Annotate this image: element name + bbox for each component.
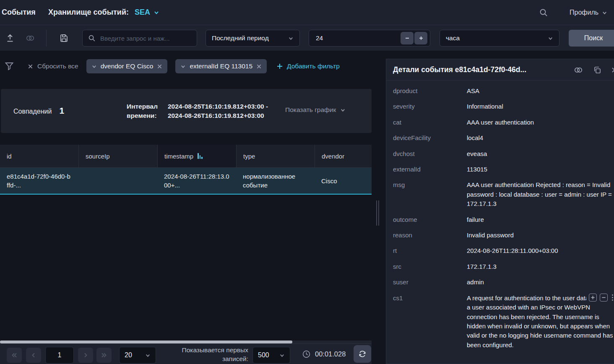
chevron-down-icon xyxy=(548,36,553,41)
record-limit-select[interactable]: 500 xyxy=(252,347,290,364)
detail-value: Informational xyxy=(467,102,614,111)
chevron-down-icon xyxy=(279,353,285,358)
export-button[interactable] xyxy=(3,31,18,46)
period-select-value: Последний период xyxy=(212,34,269,42)
close-panel-icon[interactable] xyxy=(611,67,614,73)
panel-resize-grip[interactable] xyxy=(376,200,380,226)
detail-value: eveasa xyxy=(467,149,614,159)
detail-value: 172.17.1.3 xyxy=(467,262,614,271)
query-toolbar: Последний период часа Поиск xyxy=(0,25,614,51)
show-chart-label: Показать график xyxy=(285,106,336,114)
collapse-field-icon[interactable] xyxy=(600,294,608,302)
global-search-icon[interactable] xyxy=(539,8,549,18)
show-chart-toggle[interactable]: Показать график xyxy=(285,106,346,114)
detail-row: suseradmin xyxy=(393,278,614,287)
decrement-button[interactable] xyxy=(401,32,414,44)
horizontal-scrollbar xyxy=(0,341,372,343)
detail-key: msg xyxy=(393,180,467,208)
filter-chip-label: externalId EQ 113015 xyxy=(190,62,252,70)
storage-label: Хранилище событий: xyxy=(48,8,129,17)
profile-menu[interactable]: Профиль xyxy=(570,0,607,25)
detail-value: admin xyxy=(467,278,614,287)
linked-circles-icon[interactable] xyxy=(573,65,583,75)
save-query-button[interactable] xyxy=(56,31,71,46)
interval-to: 2024-08-26T16:10:19.812+03:00 xyxy=(168,111,268,120)
query-duration: 00:01.028 xyxy=(302,344,346,364)
results-summary-card: Совпадений 1 Интервал времени: 2024-08-2… xyxy=(1,89,372,133)
column-header-sourceip[interactable]: sourceIp xyxy=(78,145,157,167)
detail-row: reasonInvalid password xyxy=(393,231,614,240)
first-page-button[interactable] xyxy=(7,348,22,363)
interval-dates: 2024-08-25T16:10:19.812+03:00 - 2024-08-… xyxy=(168,102,268,120)
detail-key: rt xyxy=(393,246,467,255)
detail-row: outcomefailure xyxy=(393,215,614,224)
copy-icon[interactable] xyxy=(593,65,602,75)
upload-icon xyxy=(5,34,15,43)
table-row[interactable]: e81c4a1d-72f0-46d0-bffd-... 2024-08-26T1… xyxy=(0,168,372,195)
query-input[interactable] xyxy=(100,35,192,42)
column-header-timestamp[interactable]: timestamp xyxy=(157,145,236,167)
search-button[interactable]: Поиск xyxy=(569,30,614,47)
chevron-down-icon xyxy=(288,36,294,41)
column-header-id[interactable]: id xyxy=(0,145,78,167)
storage-select[interactable]: SEA xyxy=(135,8,159,17)
search-icon xyxy=(88,34,96,42)
expand-field-icon[interactable] xyxy=(589,294,597,302)
period-unit-select[interactable]: часа xyxy=(440,30,559,47)
events-table: id sourceIp timestamp type dvendor e81c4… xyxy=(0,145,372,195)
next-page-button[interactable] xyxy=(78,348,93,363)
pagination-bar: 20 Показывается первых записей: 500 00:0… xyxy=(0,343,372,364)
last-page-button[interactable] xyxy=(96,348,112,363)
cell-id: e81c4a1d-72f0-46d0-bffd-... xyxy=(0,168,78,194)
reset-all-label: Сбросить все xyxy=(37,62,78,70)
record-limit-value: 500 xyxy=(258,351,269,359)
remove-filter-icon[interactable] xyxy=(256,64,262,69)
detail-row: dproductASA xyxy=(393,86,614,96)
funnel-icon xyxy=(4,61,14,71)
matches-count: 1 xyxy=(59,106,64,116)
detail-row: dvchosteveasa xyxy=(393,149,614,159)
sort-descending-icon xyxy=(198,153,203,159)
detail-value: 2024-08-26T11:28:11.000+03:00 xyxy=(467,246,614,255)
matches: Совпадений 1 xyxy=(13,106,64,116)
table-header: id sourceIp timestamp type dvendor xyxy=(0,145,372,168)
filter-chip-externalid[interactable]: externalId EQ 113015 xyxy=(175,59,267,73)
more-actions-icon[interactable] xyxy=(611,294,614,301)
page-title: События xyxy=(2,8,36,17)
period-count-stepper xyxy=(309,30,430,47)
column-header-type[interactable]: type xyxy=(236,145,315,167)
filter-bar: Сбросить все dvendor EQ Cisco externalId… xyxy=(0,58,377,75)
remove-filter-icon[interactable] xyxy=(157,64,162,69)
clock-icon xyxy=(302,350,311,359)
query-search-field[interactable] xyxy=(82,30,197,47)
panel-actions xyxy=(573,59,610,81)
detail-row: src172.17.1.3 xyxy=(393,262,614,271)
detail-value: failure xyxy=(467,215,614,224)
detail-key: src xyxy=(393,262,467,271)
refresh-icon xyxy=(358,349,367,359)
add-filter-label: Добавить фильтр xyxy=(287,62,340,70)
refresh-button[interactable] xyxy=(354,345,371,363)
panel-header: Детали события e81c4a1d-72f0-46d... xyxy=(386,59,614,81)
reset-all-filters[interactable]: Сбросить все xyxy=(28,62,78,70)
chevron-down-icon xyxy=(145,353,151,358)
period-count-input[interactable] xyxy=(309,34,359,42)
horizontal-scrollbar-thumb[interactable] xyxy=(0,341,292,343)
page-number-input[interactable] xyxy=(45,347,74,364)
event-details-panel: Детали события e81c4a1d-72f0-46d... dpro… xyxy=(386,59,614,364)
previous-page-button[interactable] xyxy=(26,348,41,363)
add-filter-button[interactable]: Добавить фильтр xyxy=(276,62,340,70)
detail-row: externalId113015 xyxy=(393,165,614,174)
chevron-down-icon xyxy=(154,10,159,16)
page-size-select[interactable]: 20 xyxy=(119,347,156,364)
detail-row: severityInformational xyxy=(393,102,614,111)
filter-chip-dvendor[interactable]: dvendor EQ Cisco xyxy=(86,59,168,73)
detail-value: ASA xyxy=(467,86,614,96)
cs1-actions xyxy=(586,294,614,302)
link-events-button[interactable] xyxy=(23,31,38,46)
save-icon xyxy=(59,34,68,43)
period-select[interactable]: Последний период xyxy=(206,30,300,47)
detail-key: dproduct xyxy=(393,86,467,96)
increment-button[interactable] xyxy=(414,32,427,44)
column-header-dvendor[interactable]: dvendor xyxy=(315,145,372,167)
